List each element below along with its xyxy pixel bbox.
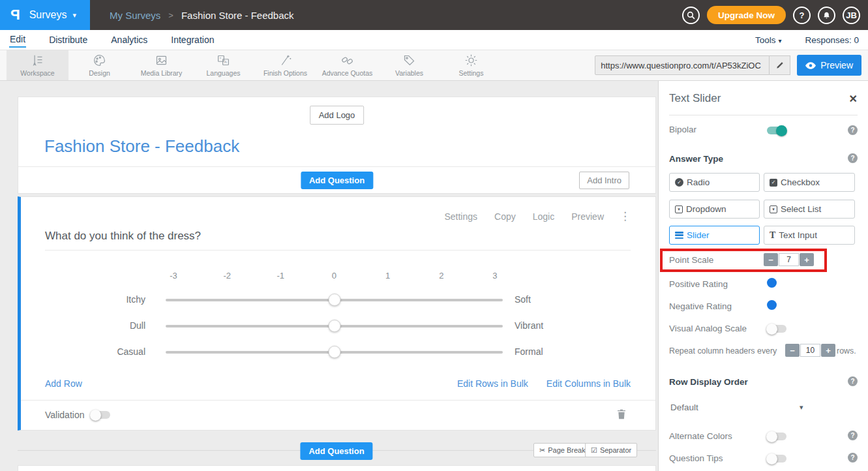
svg-text:A: A	[224, 59, 228, 64]
responses-count[interactable]: Responses: 0	[805, 35, 859, 45]
row-left-label: Dull	[45, 320, 145, 331]
product-switcher[interactable]: P Surveys ▾	[0, 0, 90, 30]
add-logo-button[interactable]: Add Logo	[310, 106, 365, 125]
row-display-order-select[interactable]: Default	[670, 403, 698, 412]
visual-analog-scale-label: Visual Analog Scale	[669, 324, 747, 333]
question-tips-toggle[interactable]	[767, 455, 786, 463]
plus-button[interactable]: +	[800, 253, 814, 266]
repeat-headers-value[interactable]: 10	[800, 344, 820, 357]
question-logic-link[interactable]: Logic	[533, 211, 554, 222]
question-card: Settings Copy Logic Preview ⋮ What do yo…	[18, 196, 656, 431]
bell-icon	[822, 11, 831, 20]
slider-track[interactable]	[166, 325, 503, 327]
search-button[interactable]	[682, 7, 700, 24]
positive-rating-indicator[interactable]	[767, 278, 777, 288]
breadcrumb-my-surveys[interactable]: My Surveys	[110, 10, 160, 21]
row-left-label: Casual	[45, 346, 145, 357]
toolbar-item-languages[interactable]: *A Languages	[192, 50, 254, 80]
trash-icon	[616, 408, 627, 420]
toolbar-item-advance-quotas[interactable]: Advance Quotas	[316, 50, 378, 80]
upgrade-now-button[interactable]: Upgrade Now	[707, 6, 786, 24]
toolbar-item-media-library[interactable]: Media Library	[130, 50, 192, 80]
question-text[interactable]: What do you think of the dress?	[45, 230, 201, 243]
row-display-order-label: Row Display Order	[669, 377, 748, 387]
add-question-button-top[interactable]: Add Question	[301, 172, 373, 189]
answer-type-dropdown[interactable]: ▾ Dropdown	[669, 200, 760, 219]
toolbar-item-settings[interactable]: Settings	[440, 50, 502, 80]
breadcrumb-current: Fashion Store - Feedback	[181, 10, 294, 21]
toolbar-item-workspace[interactable]: Workspace	[7, 50, 68, 80]
tab-distribute[interactable]: Distribute	[48, 33, 88, 47]
bipolar-help-icon[interactable]: ?	[848, 125, 858, 135]
point-scale-value[interactable]: 7	[779, 253, 799, 266]
minus-button[interactable]: −	[785, 344, 800, 357]
divider	[21, 400, 655, 401]
slider-handle[interactable]	[328, 320, 340, 332]
answer-type-radio[interactable]: ✓ Radio	[669, 173, 760, 192]
survey-url-input[interactable]	[595, 55, 770, 75]
advance-quotas-links-icon	[340, 53, 354, 67]
tools-menu[interactable]: Tools▾	[755, 35, 782, 45]
add-intro-button[interactable]: Add Intro	[579, 172, 629, 189]
negative-rating-indicator[interactable]	[767, 300, 777, 310]
repeat-headers-label: Repeat column headers every	[669, 346, 777, 356]
avatar[interactable]: JB	[843, 7, 860, 24]
toolbar-item-design[interactable]: Design	[68, 50, 130, 80]
tab-integration[interactable]: Integration	[170, 33, 215, 47]
slider-row: Dull Vibrant	[21, 319, 655, 333]
add-row-link[interactable]: Add Row	[45, 378, 82, 389]
question-settings-link[interactable]: Settings	[444, 211, 477, 222]
row-right-label: Soft	[515, 294, 531, 305]
search-icon	[687, 11, 695, 20]
help-button[interactable]: ?	[793, 7, 811, 24]
page-break-button[interactable]: ✂ Page Break	[533, 443, 591, 457]
question-preview-link[interactable]: Preview	[571, 211, 604, 222]
row-display-order-help-icon[interactable]: ?	[848, 376, 858, 386]
notifications-button[interactable]	[818, 7, 835, 24]
answer-type-checkbox[interactable]: ✓ Checkbox	[764, 173, 855, 192]
question-copy-link[interactable]: Copy	[494, 211, 516, 222]
toolbar-item-variables[interactable]: Variables	[378, 50, 440, 80]
section-tabs: Edit Distribute Analytics Integration To…	[0, 30, 868, 50]
toolbar-item-finish-options[interactable]: Finish Options	[254, 50, 316, 80]
plus-button[interactable]: +	[821, 344, 835, 357]
scale-label: 2	[434, 271, 449, 281]
alternate-colors-help-icon[interactable]: ?	[848, 431, 858, 440]
repeat-headers-suffix: rows.	[837, 346, 856, 356]
tab-analytics[interactable]: Analytics	[110, 33, 148, 47]
answer-type-text-input[interactable]: T Text Input	[764, 226, 855, 245]
answer-type-help-icon[interactable]: ?	[848, 153, 858, 163]
question-tips-help-icon[interactable]: ?	[848, 453, 858, 463]
text-input-icon: T	[770, 232, 775, 239]
slider-track[interactable]	[166, 351, 503, 354]
minus-button[interactable]: −	[764, 253, 778, 266]
scale-label: 3	[487, 271, 503, 281]
answer-type-select-list[interactable]: ▾ Select List	[764, 200, 855, 219]
survey-title[interactable]: Fashion Store - Feedback	[44, 136, 239, 157]
slider-handle[interactable]	[328, 346, 340, 358]
tab-edit[interactable]: Edit	[9, 32, 26, 48]
add-question-button-bottom[interactable]: Add Question	[300, 442, 372, 460]
edit-columns-in-bulk-link[interactable]: Edit Columns in Bulk	[546, 378, 631, 389]
caret-down-icon[interactable]: ▾	[800, 403, 803, 412]
separator-button[interactable]: ☑ Separator	[585, 443, 637, 457]
bipolar-toggle[interactable]	[767, 127, 786, 134]
slider-track[interactable]	[166, 299, 503, 301]
kebab-menu-icon[interactable]: ⋮	[620, 209, 631, 223]
svg-text:*: *	[220, 56, 222, 61]
help-icon: ?	[800, 10, 805, 20]
edit-rows-in-bulk-link[interactable]: Edit Rows in Bulk	[457, 378, 528, 389]
separator-checkbox-icon: ☑	[591, 446, 597, 455]
edit-toolbar: Workspace Design Media Library *A Langua…	[0, 50, 868, 81]
visual-analog-scale-toggle[interactable]	[767, 325, 786, 333]
edit-url-button[interactable]	[770, 55, 790, 75]
slider-handle[interactable]	[328, 294, 340, 306]
breadcrumb-separator-icon: >	[168, 10, 173, 20]
delete-question-button[interactable]	[616, 408, 627, 423]
settings-gear-icon	[464, 53, 478, 67]
validation-toggle[interactable]	[91, 411, 110, 419]
answer-type-slider[interactable]: Slider	[669, 226, 760, 245]
preview-button[interactable]: Preview	[797, 55, 861, 76]
close-icon[interactable]: ✕	[849, 93, 858, 105]
alternate-colors-toggle[interactable]	[767, 433, 786, 440]
